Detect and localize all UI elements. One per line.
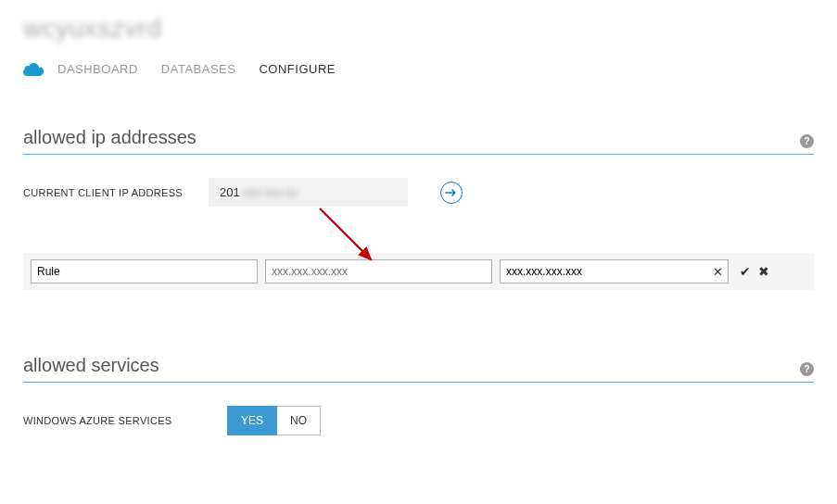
allowed-services-title-row: allowed services ? [23, 355, 814, 383]
tab-databases[interactable]: DATABASES [161, 62, 236, 76]
azure-services-row: WINDOWS AZURE SERVICES YES NO [23, 406, 814, 435]
cloud-icon [23, 63, 44, 76]
ip-blurred: .xxx.xxx.xx [240, 185, 298, 199]
section-allowed-services: allowed services ? WINDOWS AZURE SERVICE… [23, 355, 814, 435]
add-current-ip-button[interactable] [440, 182, 463, 204]
azure-services-toggle: YES NO [227, 406, 321, 435]
toggle-no-button[interactable]: NO [277, 406, 321, 435]
server-name: wcyuxszvrd [23, 14, 814, 44]
toggle-yes-button[interactable]: YES [227, 406, 277, 435]
current-client-ip-value: 201.xxx.xxx.xx [209, 178, 408, 207]
firewall-rule-row: ✕ ✔ ✖ [23, 253, 814, 290]
ip-prefix: 201 [220, 185, 240, 199]
tab-bar: DASHBOARD DATABASES CONFIGURE [23, 62, 814, 76]
help-icon[interactable]: ? [800, 362, 814, 376]
confirm-rule-icon[interactable]: ✔ [740, 264, 751, 279]
current-client-ip-row: CURRENT CLIENT IP ADDRESS 201.xxx.xxx.xx [23, 178, 814, 207]
rule-start-ip-input[interactable] [265, 259, 492, 284]
help-icon[interactable]: ? [800, 134, 814, 148]
tab-dashboard[interactable]: DASHBOARD [57, 62, 138, 76]
cancel-rule-icon[interactable]: ✖ [758, 264, 769, 279]
allowed-ip-title-row: allowed ip addresses ? [23, 127, 814, 155]
allowed-services-title: allowed services [23, 355, 159, 375]
clear-input-icon[interactable]: ✕ [713, 265, 723, 279]
rule-row-actions: ✔ ✖ [740, 264, 769, 279]
rule-name-input[interactable] [31, 259, 258, 284]
rule-end-ip-input[interactable] [500, 259, 729, 284]
current-client-ip-label: CURRENT CLIENT IP ADDRESS [23, 187, 209, 198]
section-allowed-ip: allowed ip addresses ? CURRENT CLIENT IP… [23, 127, 814, 290]
azure-services-label: WINDOWS AZURE SERVICES [23, 415, 227, 426]
allowed-ip-title: allowed ip addresses [23, 127, 197, 147]
tab-configure[interactable]: CONFIGURE [259, 62, 336, 76]
